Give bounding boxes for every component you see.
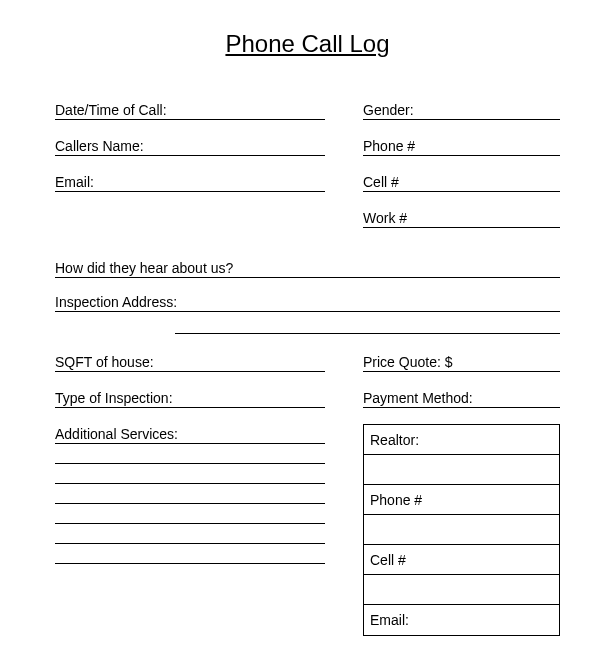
label-gender: Gender: — [363, 102, 414, 119]
value-email[interactable] — [94, 190, 325, 191]
row-callers-phone: Callers Name: Phone # — [55, 132, 560, 156]
label-hear-about: How did they hear about us? — [55, 260, 233, 277]
label-email: Email: — [55, 174, 94, 191]
value-callers-name[interactable] — [144, 154, 325, 155]
label-realtor-email: Email: — [370, 612, 409, 628]
additional-line-5[interactable] — [55, 506, 325, 524]
row-type-payment: Type of Inspection: Payment Method: — [55, 384, 560, 408]
label-cell: Cell # — [363, 174, 399, 191]
realtor-cell-phone[interactable]: Phone # — [364, 485, 559, 515]
value-type-inspection[interactable] — [173, 406, 325, 407]
value-gender[interactable] — [414, 118, 560, 119]
value-hear-about[interactable] — [233, 276, 560, 277]
field-email[interactable]: Email: — [55, 168, 325, 192]
field-work[interactable]: Work # — [363, 204, 560, 228]
field-datetime[interactable]: Date/Time of Call: — [55, 96, 325, 120]
realtor-cell-email[interactable]: Email: — [364, 605, 559, 635]
value-cell[interactable] — [399, 190, 560, 191]
additional-line-4[interactable] — [55, 486, 325, 504]
field-gender[interactable]: Gender: — [363, 96, 560, 120]
label-price-quote: Price Quote: $ — [363, 354, 453, 371]
realtor-cell-blank-3[interactable] — [364, 575, 559, 605]
label-callers-name: Callers Name: — [55, 138, 144, 155]
row-sqft-price: SQFT of house: Price Quote: $ — [55, 348, 560, 372]
page-title: Phone Call Log — [55, 30, 560, 58]
field-additional-services[interactable]: Additional Services: — [55, 420, 325, 444]
label-realtor-phone: Phone # — [370, 492, 422, 508]
value-additional-services[interactable] — [178, 442, 325, 443]
row-additional-realtor: Additional Services: Realtor: Phone # — [55, 420, 560, 636]
label-additional-services: Additional Services: — [55, 426, 178, 443]
label-datetime: Date/Time of Call: — [55, 102, 167, 119]
inspection-address-line-2[interactable] — [175, 312, 560, 334]
field-type-inspection[interactable]: Type of Inspection: — [55, 384, 325, 408]
additional-line-7[interactable] — [55, 546, 325, 564]
field-price-quote[interactable]: Price Quote: $ — [363, 348, 560, 372]
page: Phone Call Log Date/Time of Call: Gender… — [0, 0, 600, 650]
label-realtor-cell: Cell # — [370, 552, 406, 568]
additional-line-3[interactable] — [55, 466, 325, 484]
additional-line-6[interactable] — [55, 526, 325, 544]
value-work[interactable] — [407, 226, 560, 227]
field-hear-about[interactable]: How did they hear about us? — [55, 254, 560, 278]
label-inspection-address: Inspection Address: — [55, 294, 177, 311]
realtor-cell-cell[interactable]: Cell # — [364, 545, 559, 575]
label-work: Work # — [363, 210, 407, 227]
row-work: Work # — [55, 204, 560, 228]
value-datetime[interactable] — [167, 118, 325, 119]
label-sqft: SQFT of house: — [55, 354, 154, 371]
field-phone[interactable]: Phone # — [363, 132, 560, 156]
value-inspection-address[interactable] — [177, 310, 560, 311]
value-payment-method[interactable] — [473, 406, 560, 407]
field-sqft[interactable]: SQFT of house: — [55, 348, 325, 372]
realtor-cell-blank-1[interactable] — [364, 455, 559, 485]
field-callers-name[interactable]: Callers Name: — [55, 132, 325, 156]
realtor-cell-blank-2[interactable] — [364, 515, 559, 545]
value-phone[interactable] — [415, 154, 560, 155]
field-inspection-address[interactable]: Inspection Address: — [55, 288, 560, 312]
realtor-cell-realtor[interactable]: Realtor: — [364, 425, 559, 455]
value-price-quote[interactable] — [453, 370, 561, 371]
value-sqft[interactable] — [154, 370, 325, 371]
row-email-cell: Email: Cell # — [55, 168, 560, 192]
field-cell[interactable]: Cell # — [363, 168, 560, 192]
field-payment-method[interactable]: Payment Method: — [363, 384, 560, 408]
label-type-inspection: Type of Inspection: — [55, 390, 173, 407]
additional-line-2[interactable] — [55, 446, 325, 464]
realtor-box: Realtor: Phone # Cell # Email: — [363, 424, 560, 636]
label-phone: Phone # — [363, 138, 415, 155]
row-datetime-gender: Date/Time of Call: Gender: — [55, 96, 560, 120]
label-realtor: Realtor: — [370, 432, 419, 448]
label-payment-method: Payment Method: — [363, 390, 473, 407]
